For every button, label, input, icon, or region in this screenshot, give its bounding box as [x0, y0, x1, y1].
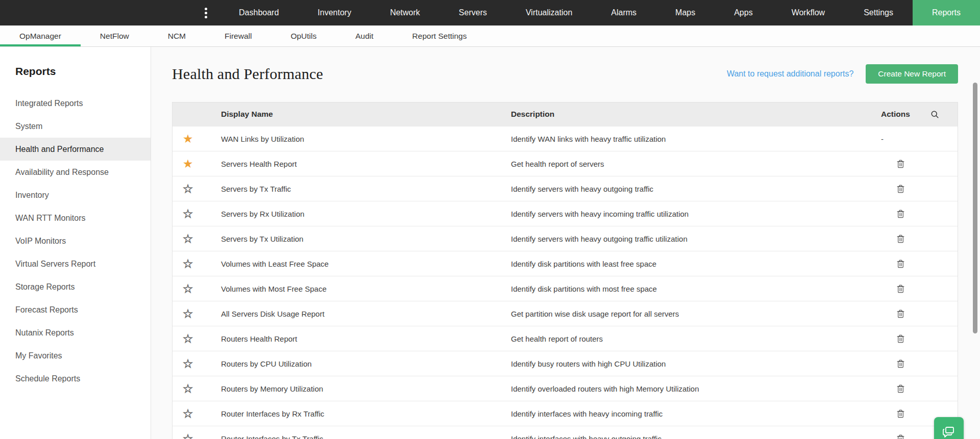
delete-button[interactable] — [896, 209, 905, 219]
star-outline-icon[interactable] — [173, 233, 203, 245]
delete-button[interactable] — [896, 409, 905, 419]
delete-button[interactable] — [896, 284, 905, 294]
report-name-link[interactable]: Servers by Tx Utilization — [203, 235, 511, 243]
table-row[interactable]: Servers by Tx Traffic Identify servers w… — [173, 176, 958, 201]
tab-firewall[interactable]: Firewall — [205, 25, 271, 46]
nav-item-inventory[interactable]: Inventory — [298, 0, 371, 25]
main-content: Health and Performance Want to request a… — [151, 47, 980, 439]
table-row[interactable]: Router Interfaces by Tx Traffic Identify… — [173, 426, 958, 439]
nav-item-network[interactable]: Network — [371, 0, 439, 25]
star-outline-icon[interactable] — [173, 408, 203, 420]
kebab-menu-icon[interactable] — [201, 0, 211, 25]
star-outline-icon[interactable] — [173, 308, 203, 320]
nav-item-alarms[interactable]: Alarms — [592, 0, 656, 25]
nav-item-servers[interactable]: Servers — [439, 0, 506, 25]
table-row[interactable]: Servers Health Report Get health report … — [173, 151, 958, 176]
sidebar-item-virtual-servers-report[interactable]: Virtual Servers Report — [0, 252, 151, 275]
star-outline-icon[interactable] — [173, 333, 203, 345]
star-outline-icon[interactable] — [173, 433, 203, 439]
sidebar-item-schedule-reports[interactable]: Schedule Reports — [0, 367, 151, 390]
table-row[interactable]: Routers by CPU Utilization Identify busy… — [173, 351, 958, 376]
sidebar-item-system[interactable]: System — [0, 115, 151, 138]
table-row[interactable]: Volumes with Least Free Space Identify d… — [173, 251, 958, 276]
sidebar-item-storage-reports[interactable]: Storage Reports — [0, 275, 151, 298]
delete-button[interactable] — [896, 359, 905, 369]
nav-item-workflow[interactable]: Workflow — [772, 0, 845, 25]
trash-icon — [896, 334, 905, 344]
sidebar-item-my-favorites[interactable]: My Favorites — [0, 344, 151, 367]
star-outline-icon[interactable] — [173, 358, 203, 370]
chat-widget-button[interactable] — [934, 417, 964, 439]
report-name-link[interactable]: All Servers Disk Usage Report — [203, 309, 511, 318]
table-header: Display Name Description Actions — [173, 102, 958, 126]
delete-button[interactable] — [896, 434, 905, 439]
request-reports-link[interactable]: Want to request additional reports? — [727, 69, 853, 79]
star-filled-icon[interactable] — [173, 133, 203, 145]
nav-item-settings[interactable]: Settings — [844, 0, 913, 25]
sidebar-item-health-and-performance[interactable]: Health and Performance — [0, 138, 151, 161]
star-filled-icon[interactable] — [173, 158, 203, 170]
tab-netflow[interactable]: NetFlow — [81, 25, 149, 46]
report-name-link[interactable]: Routers Health Report — [203, 334, 511, 343]
report-name-link[interactable]: Router Interfaces by Tx Traffic — [203, 434, 511, 439]
report-name-link[interactable]: Volumes with Most Free Space — [203, 285, 511, 293]
sidebar-item-nutanix-reports[interactable]: Nutanix Reports — [0, 321, 151, 344]
star-outline-icon[interactable] — [173, 383, 203, 395]
nav-item-maps[interactable]: Maps — [656, 0, 715, 25]
star-outline-icon[interactable] — [173, 283, 203, 295]
delete-button[interactable] — [896, 259, 905, 269]
report-name-link[interactable]: Servers by Tx Traffic — [203, 185, 511, 193]
vertical-scrollbar[interactable] — [973, 83, 977, 333]
tab-audit[interactable]: Audit — [336, 25, 393, 46]
report-description: Get health report of servers — [511, 160, 881, 168]
delete-button[interactable] — [896, 159, 905, 169]
tab-report-settings[interactable]: Report Settings — [393, 25, 486, 46]
report-name-link[interactable]: Volumes with Least Free Space — [203, 260, 511, 268]
sidebar-item-voip-monitors[interactable]: VoIP Monitors — [0, 229, 151, 252]
sidebar-item-integrated-reports[interactable]: Integrated Reports — [0, 92, 151, 115]
sidebar-item-availability-and-response[interactable]: Availability and Response — [0, 161, 151, 184]
delete-button[interactable] — [896, 334, 905, 344]
sidebar-item-inventory[interactable]: Inventory — [0, 184, 151, 206]
star-outline-icon[interactable] — [173, 183, 203, 195]
sidebar-item-wan-rtt-monitors[interactable]: WAN RTT Monitors — [0, 206, 151, 229]
trash-icon — [896, 309, 905, 319]
report-name-link[interactable]: Routers by Memory Utilization — [203, 384, 511, 393]
sidebar-title: Reports — [15, 65, 151, 78]
table-row[interactable]: WAN Links by Utilization Identify WAN li… — [173, 126, 958, 151]
delete-button[interactable] — [896, 234, 905, 244]
trash-icon — [896, 259, 905, 269]
reports-table: Display Name Description Actions WAN Lin… — [172, 102, 958, 439]
search-icon[interactable] — [930, 110, 939, 119]
report-name-link[interactable]: WAN Links by Utilization — [203, 135, 511, 143]
nav-item-reports[interactable]: Reports — [913, 0, 980, 25]
table-row[interactable]: Router Interfaces by Rx Traffic Identify… — [173, 401, 958, 426]
table-row[interactable]: Volumes with Most Free Space Identify di… — [173, 276, 958, 301]
nav-item-virtualization[interactable]: Virtualization — [506, 0, 592, 25]
create-new-report-button[interactable]: Create New Report — [866, 64, 958, 84]
delete-button[interactable] — [896, 309, 905, 319]
star-outline-icon[interactable] — [173, 208, 203, 220]
table-row[interactable]: All Servers Disk Usage Report Get partit… — [173, 301, 958, 326]
table-row[interactable]: Servers by Tx Utilization Identify serve… — [173, 226, 958, 251]
sidebar-item-forecast-reports[interactable]: Forecast Reports — [0, 298, 151, 321]
sidebar-list: Integrated ReportsSystemHealth and Perfo… — [0, 92, 151, 390]
tab-oputils[interactable]: OpUtils — [271, 25, 336, 46]
product-tab-bar: OpManagerNetFlowNCMFirewallOpUtilsAuditR… — [0, 25, 980, 47]
table-row[interactable]: Routers Health Report Get health report … — [173, 326, 958, 351]
report-name-link[interactable]: Servers by Rx Utilization — [203, 210, 511, 218]
trash-icon — [896, 384, 905, 394]
delete-button[interactable] — [896, 184, 905, 194]
tab-opmanager[interactable]: OpManager — [0, 25, 81, 46]
delete-button[interactable] — [896, 384, 905, 394]
star-outline-icon[interactable] — [173, 258, 203, 270]
report-name-link[interactable]: Routers by CPU Utilization — [203, 359, 511, 368]
report-name-link[interactable]: Servers Health Report — [203, 160, 511, 168]
trash-icon — [896, 359, 905, 369]
table-row[interactable]: Servers by Rx Utilization Identify serve… — [173, 201, 958, 226]
nav-item-apps[interactable]: Apps — [715, 0, 772, 25]
report-name-link[interactable]: Router Interfaces by Rx Traffic — [203, 409, 511, 418]
table-row[interactable]: Routers by Memory Utilization Identify o… — [173, 376, 958, 401]
tab-ncm[interactable]: NCM — [149, 25, 205, 46]
nav-item-dashboard[interactable]: Dashboard — [219, 0, 298, 25]
